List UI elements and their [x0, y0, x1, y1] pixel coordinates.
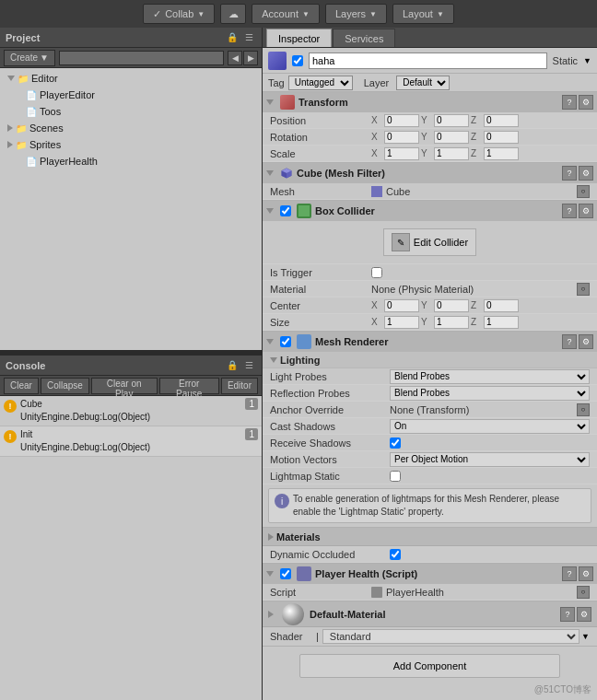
rot-x-input[interactable] [384, 131, 419, 144]
size-x-input[interactable] [384, 316, 419, 329]
console-clearonplay-button[interactable]: Clear on Play [91, 378, 158, 394]
anchor-override-value: None (Transform) [390, 404, 577, 415]
meshrenderer-expand-icon [266, 339, 274, 344]
playerhealth-help-button[interactable]: ? [562, 566, 577, 581]
scale-xyz: X Y Z [371, 147, 590, 160]
mesh-renderer-header[interactable]: Mesh Renderer ? ⚙ [263, 332, 597, 352]
materials-header[interactable]: Materials [263, 528, 597, 546]
console-clear-button[interactable]: Clear [4, 378, 39, 394]
tree-item-editor[interactable]: 📁 Editor [0, 70, 262, 87]
console-item-cube[interactable]: ! Cube UnityEngine.Debug:Log(Object) 1 [0, 396, 262, 426]
tab-inspector[interactable]: Inspector [266, 29, 332, 47]
search-input[interactable] [59, 51, 224, 65]
player-health-header[interactable]: Player Health (Script) ? ⚙ [263, 564, 597, 584]
layers-button[interactable]: Layers ▼ [325, 4, 387, 24]
scale-y-input[interactable] [434, 147, 469, 160]
reflection-probes-select[interactable]: Blend Probes [390, 386, 590, 401]
size-y-input[interactable] [434, 316, 469, 329]
transform-title: Transform [298, 97, 558, 108]
scale-label: Scale [270, 148, 371, 159]
layout-button[interactable]: Layout ▼ [392, 4, 454, 24]
mesh-filter-header[interactable]: Cube (Mesh Filter) ? ⚙ [263, 163, 597, 183]
shader-select[interactable]: Standard [322, 629, 579, 644]
rot-z-input[interactable] [484, 131, 519, 144]
tag-select[interactable]: Untagged [288, 76, 353, 90]
meshfilter-expand-icon [266, 170, 274, 176]
edit-collider-button[interactable]: ✎ Edit Collider [383, 228, 476, 256]
obj-name-input[interactable] [309, 52, 547, 69]
tree-item-playereditor[interactable]: 📄 PlayerEditor [0, 87, 262, 103]
watermark: @51CTO博客 [534, 683, 591, 696]
center-y-input[interactable] [434, 299, 469, 312]
obj-header: Static ▼ [263, 48, 597, 74]
project-menu-icon[interactable]: ☰ [242, 31, 256, 43]
pos-y-input[interactable] [434, 114, 469, 127]
layer-select[interactable]: Default [396, 76, 450, 90]
cloud-button[interactable]: ☁ [220, 4, 246, 24]
obj-active-checkbox[interactable] [292, 55, 303, 66]
material-settings-button[interactable]: ⚙ [577, 607, 591, 622]
console-lock-icon[interactable]: 🔒 [224, 359, 240, 371]
dynamic-occluded-checkbox[interactable] [390, 549, 401, 560]
tree-item-scenes[interactable]: 📁 Scenes [0, 120, 262, 136]
transform-header[interactable]: Transform ? ⚙ [263, 92, 597, 112]
anchor-override-select-button[interactable]: ○ [577, 403, 590, 416]
light-probes-select[interactable]: Blend Probes [390, 369, 590, 384]
scale-x-input[interactable] [384, 147, 419, 160]
collab-button[interactable]: ✓ Collab ▼ [143, 4, 215, 24]
center-z-input[interactable] [484, 299, 519, 312]
console-menu-icon[interactable]: ☰ [242, 359, 256, 371]
console-text-1: Cube UnityEngine.Debug:Log(Object) [20, 398, 241, 424]
motion-vectors-select[interactable]: Per Object Motion [390, 452, 590, 467]
project-lock-icon[interactable]: 🔒 [224, 31, 240, 43]
is-trigger-checkbox[interactable] [371, 267, 382, 278]
boxcollider-help-button[interactable]: ? [562, 204, 577, 218]
tree-item-toos[interactable]: 📄 Toos [0, 103, 262, 120]
scale-z-input[interactable] [484, 147, 519, 160]
search-next-button[interactable]: ▶ [243, 51, 258, 65]
material-header[interactable]: Default-Material ? ⚙ [263, 601, 597, 627]
boxcollider-settings-button[interactable]: ⚙ [579, 204, 593, 218]
script-select-button[interactable]: ○ [577, 586, 590, 599]
transform-settings-button[interactable]: ⚙ [579, 95, 593, 110]
receive-shadows-checkbox[interactable] [390, 438, 401, 449]
transform-help-button[interactable]: ? [562, 95, 577, 110]
rot-y-input[interactable] [434, 131, 469, 144]
search-prev-button[interactable]: ◀ [228, 51, 242, 65]
folder-scenes-icon: 📁 [16, 123, 27, 134]
playerhealth-settings-button[interactable]: ⚙ [579, 566, 593, 581]
console-text-2: Init UnityEngine.Debug:Log(Object) [20, 428, 241, 454]
material-help-button[interactable]: ? [560, 607, 575, 622]
size-z-input[interactable] [484, 316, 519, 329]
add-component-button[interactable]: Add Component [299, 654, 560, 678]
playerhealth-enabled-checkbox[interactable] [280, 568, 291, 579]
tree-item-playerhealth[interactable]: 📄 PlayerHealth [0, 153, 262, 169]
services-tab-label: Services [345, 33, 383, 44]
console-editor-button[interactable]: Editor [221, 378, 258, 394]
meshfilter-settings-button[interactable]: ⚙ [579, 166, 593, 181]
console-count-2: 1 [245, 428, 258, 440]
lightmap-static-checkbox[interactable] [390, 471, 401, 482]
tree-item-sprites[interactable]: 📁 Sprites [0, 136, 262, 153]
static-arrow-icon: ▼ [583, 56, 591, 65]
account-button[interactable]: Account ▼ [252, 4, 320, 24]
box-collider-header[interactable]: Box Collider ? ⚙ [263, 201, 597, 221]
tab-services[interactable]: Services [333, 29, 395, 47]
mesh-select-button[interactable]: ○ [577, 185, 590, 198]
collider-material-select-button[interactable]: ○ [577, 283, 590, 296]
anchor-override-label: Anchor Override [270, 404, 390, 415]
meshrenderer-settings-button[interactable]: ⚙ [579, 334, 593, 349]
create-button[interactable]: Create ▼ [4, 50, 55, 66]
console-errorpause-button[interactable]: Error Pause [159, 378, 219, 394]
cast-shadows-select[interactable]: On [390, 419, 590, 434]
playerhealth-expand-icon [266, 571, 274, 577]
pos-x-input[interactable] [384, 114, 419, 127]
pos-z-input[interactable] [484, 114, 519, 127]
console-collapse-button[interactable]: Collapse [41, 378, 89, 394]
center-x-input[interactable] [384, 299, 419, 312]
console-item-init[interactable]: ! Init UnityEngine.Debug:Log(Object) 1 [0, 426, 262, 457]
meshfilter-help-button[interactable]: ? [562, 166, 577, 181]
boxcollider-enabled-checkbox[interactable] [280, 205, 291, 216]
meshrenderer-enabled-checkbox[interactable] [280, 336, 291, 347]
meshrenderer-help-button[interactable]: ? [562, 334, 577, 349]
